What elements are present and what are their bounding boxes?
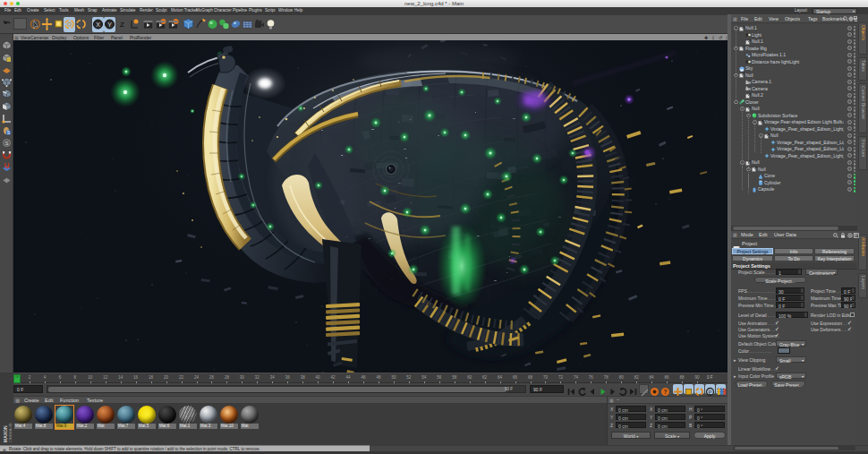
- svg-text:Y: Y: [107, 21, 112, 27]
- svg-text:?: ?: [664, 389, 668, 395]
- svg-text:P: P: [708, 390, 711, 395]
- svg-text:X: X: [96, 21, 100, 27]
- svg-text:S: S: [5, 140, 9, 145]
- svg-text:Z: Z: [120, 21, 124, 29]
